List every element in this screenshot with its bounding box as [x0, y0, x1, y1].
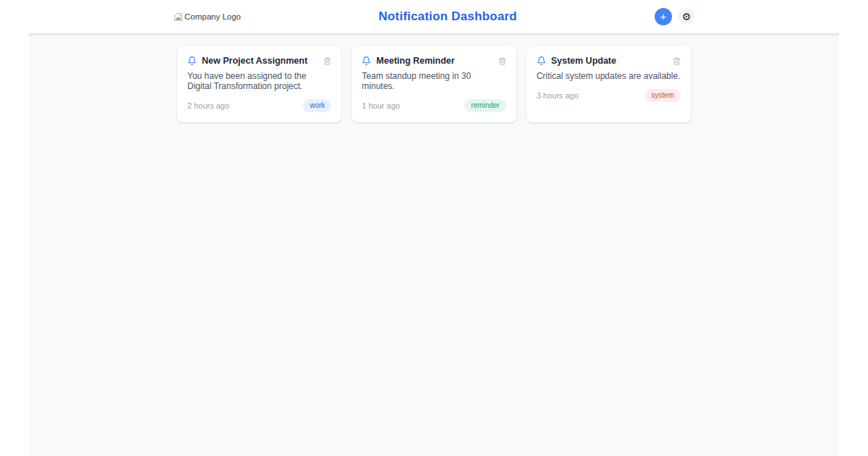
- header-inner: Company Logo Notification Dashboard + ⚙: [174, 0, 694, 33]
- main-panel: New Project Assignment You have been ass…: [29, 33, 839, 456]
- notification-card: Meeting Reminder Team standup meeting in…: [352, 46, 516, 122]
- company-logo: Company Logo: [174, 12, 241, 22]
- trash-icon: [498, 56, 506, 66]
- notification-title: New Project Assignment: [202, 56, 318, 66]
- card-header: Meeting Reminder: [362, 56, 506, 66]
- gear-icon: ⚙: [682, 12, 692, 22]
- notification-timestamp: 1 hour ago: [362, 101, 400, 110]
- notification-message: You have been assigned to the Digital Tr…: [187, 71, 331, 91]
- settings-button[interactable]: ⚙: [678, 9, 694, 25]
- plus-icon: +: [660, 11, 667, 22]
- card-footer: 2 hours ago work: [187, 99, 331, 112]
- notification-message: Team standup meeting in 30 minutes.: [362, 71, 506, 91]
- page-title: Notification Dashboard: [378, 9, 516, 24]
- trash-icon: [323, 56, 331, 66]
- header: Company Logo Notification Dashboard + ⚙: [0, 0, 868, 33]
- notification-tag: reminder: [464, 99, 506, 112]
- notification-card: System Update Critical system updates ar…: [527, 46, 691, 122]
- notification-title: System Update: [551, 56, 668, 66]
- delete-notification-button[interactable]: [323, 56, 331, 66]
- card-header: System Update: [537, 56, 681, 66]
- notification-list: New Project Assignment You have been ass…: [177, 33, 691, 122]
- bell-icon: [362, 56, 371, 66]
- notification-message: Critical system updates are available.: [537, 71, 681, 81]
- notification-card: New Project Assignment You have been ass…: [177, 46, 341, 122]
- bell-icon: [187, 56, 197, 66]
- bell-icon: [537, 56, 546, 66]
- notification-timestamp: 3 hours ago: [537, 91, 579, 100]
- card-footer: 3 hours ago system: [537, 89, 681, 102]
- header-actions: + ⚙: [655, 8, 694, 25]
- delete-notification-button[interactable]: [498, 56, 506, 66]
- broken-image-icon: [174, 12, 183, 22]
- notification-tag: system: [644, 89, 681, 102]
- card-footer: 1 hour ago reminder: [362, 99, 506, 112]
- card-header: New Project Assignment: [187, 56, 331, 66]
- delete-notification-button[interactable]: [673, 56, 681, 66]
- notification-tag: work: [303, 99, 331, 112]
- notification-timestamp: 2 hours ago: [187, 101, 229, 110]
- trash-icon: [673, 56, 681, 66]
- notification-title: Meeting Reminder: [376, 56, 493, 66]
- logo-alt-text: Company Logo: [184, 12, 241, 22]
- add-notification-button[interactable]: +: [655, 8, 672, 25]
